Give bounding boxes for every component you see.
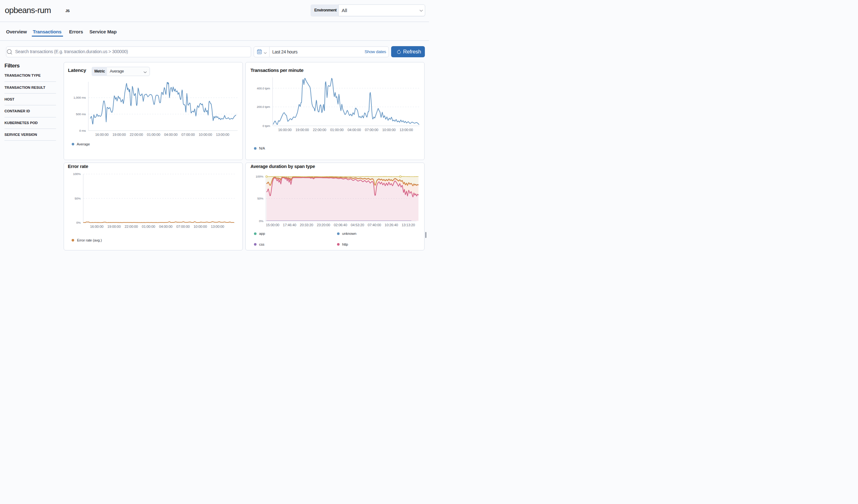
- svg-text:19:00:00: 19:00:00: [295, 128, 309, 131]
- svg-text:13:00:00: 13:00:00: [216, 132, 229, 136]
- svg-text:15:00:00: 15:00:00: [266, 223, 279, 227]
- svg-text:23:20:00: 23:20:00: [317, 223, 330, 227]
- svg-text:0%: 0%: [76, 221, 80, 224]
- svg-text:css: css: [259, 242, 265, 246]
- svg-text:0%: 0%: [259, 219, 263, 223]
- svg-text:07:00:00: 07:00:00: [181, 132, 195, 136]
- svg-text:07:40:00: 07:40:00: [368, 223, 381, 227]
- svg-text:app: app: [259, 232, 265, 235]
- svg-text:19:00:00: 19:00:00: [112, 132, 126, 136]
- svg-text:10:00:00: 10:00:00: [193, 225, 207, 228]
- svg-text:01:00:00: 01:00:00: [142, 225, 155, 228]
- svg-text:13:00:00: 13:00:00: [211, 225, 224, 228]
- svg-text:50%: 50%: [75, 197, 80, 200]
- svg-text:16:00:00: 16:00:00: [90, 225, 104, 228]
- svg-text:100%: 100%: [256, 175, 264, 178]
- svg-text:22:00:00: 22:00:00: [129, 132, 143, 136]
- svg-text:04:00:00: 04:00:00: [348, 128, 361, 131]
- svg-text:50%: 50%: [257, 197, 263, 200]
- svg-text:10:00:00: 10:00:00: [382, 128, 396, 131]
- svg-text:10:26:40: 10:26:40: [384, 223, 398, 227]
- svg-text:02:06:40: 02:06:40: [334, 223, 347, 227]
- svg-text:01:00:00: 01:00:00: [147, 132, 160, 136]
- svg-text:13:00:00: 13:00:00: [399, 128, 413, 131]
- svg-text:16:00:00: 16:00:00: [278, 128, 291, 131]
- svg-text:10:00:00: 10:00:00: [198, 132, 212, 136]
- svg-text:0 ms: 0 ms: [79, 129, 86, 132]
- svg-text:17:46:40: 17:46:40: [283, 223, 296, 227]
- svg-text:100%: 100%: [73, 172, 81, 176]
- svg-text:400.0 tpm: 400.0 tpm: [256, 86, 270, 90]
- svg-text:07:00:00: 07:00:00: [176, 225, 190, 228]
- svg-text:500 ms: 500 ms: [76, 112, 85, 115]
- svg-text:22:00:00: 22:00:00: [313, 128, 326, 131]
- svg-text:unknown: unknown: [342, 232, 356, 235]
- svg-text:0 tpm: 0 tpm: [262, 124, 270, 127]
- svg-text:19:00:00: 19:00:00: [107, 225, 121, 228]
- svg-text:200.0 tpm: 200.0 tpm: [256, 105, 270, 109]
- svg-text:07:00:00: 07:00:00: [365, 128, 378, 131]
- svg-text:N/A: N/A: [259, 146, 265, 150]
- svg-text:20:33:20: 20:33:20: [300, 223, 313, 227]
- svg-text:16:00:00: 16:00:00: [95, 132, 109, 136]
- svg-text:http: http: [342, 242, 348, 246]
- svg-text:04:53:20: 04:53:20: [351, 223, 364, 227]
- svg-text:Error rate (avg.): Error rate (avg.): [77, 238, 102, 242]
- svg-text:1,000 ms: 1,000 ms: [73, 96, 85, 99]
- svg-text:13:13:20: 13:13:20: [401, 223, 415, 227]
- svg-text:Average: Average: [77, 142, 90, 146]
- svg-text:22:00:00: 22:00:00: [124, 225, 138, 228]
- svg-text:04:00:00: 04:00:00: [164, 132, 177, 136]
- svg-text:01:00:00: 01:00:00: [330, 128, 344, 131]
- svg-text:04:00:00: 04:00:00: [159, 225, 172, 228]
